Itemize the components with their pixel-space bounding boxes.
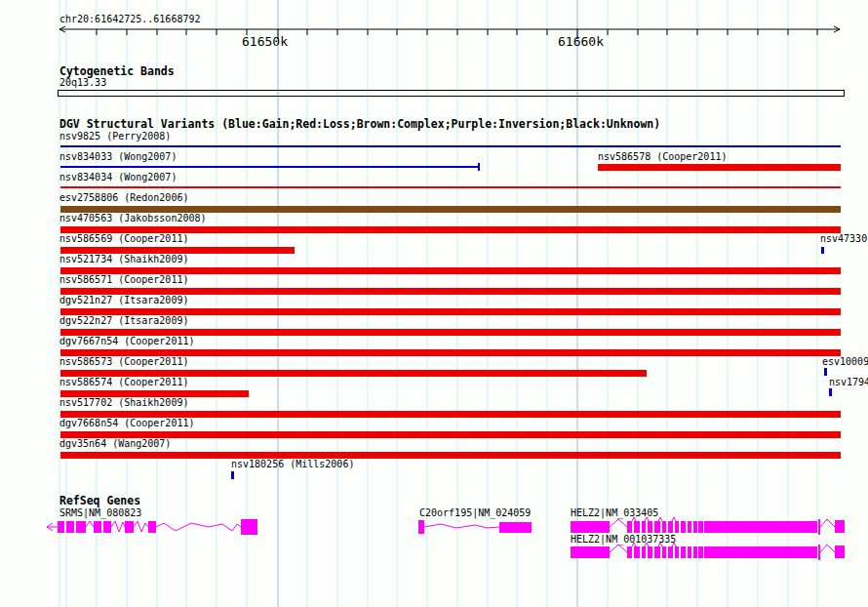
exon-box[interactable] (627, 521, 632, 533)
exon-box[interactable] (654, 521, 660, 533)
exon-box[interactable] (818, 545, 820, 560)
exon-box[interactable] (688, 546, 691, 558)
intron-line (610, 545, 627, 552)
genome-browser-view: chr20:61642725..61668792 Cytogenetic Ban… (0, 0, 868, 607)
exon-box[interactable] (648, 521, 652, 533)
gene-model[interactable] (571, 517, 845, 535)
exon-box[interactable] (634, 521, 640, 533)
intron-line (645, 517, 649, 521)
exon-box[interactable] (704, 521, 817, 533)
exon-box[interactable] (571, 521, 610, 533)
exon-box[interactable] (835, 546, 845, 558)
exon-box[interactable] (662, 521, 666, 533)
exon-box[interactable] (418, 520, 424, 534)
intron-line (658, 517, 662, 521)
exon-box[interactable] (818, 519, 820, 535)
exon-box[interactable] (125, 521, 134, 533)
intron-line (156, 523, 241, 531)
exon-box[interactable] (634, 546, 640, 558)
exon-box[interactable] (66, 521, 74, 533)
exon-box[interactable] (642, 521, 646, 533)
exon-box[interactable] (675, 521, 679, 533)
intron-line (610, 519, 627, 527)
exon-box[interactable] (675, 546, 679, 558)
intron-line (111, 521, 125, 532)
exon-box[interactable] (693, 521, 697, 533)
intron-line (820, 545, 835, 552)
exon-box[interactable] (693, 546, 697, 558)
exon-box[interactable] (642, 546, 646, 558)
exon-box[interactable] (688, 521, 691, 533)
intron-line (820, 519, 835, 527)
exon-box[interactable] (499, 522, 532, 533)
gene-model[interactable] (418, 520, 532, 534)
exon-box[interactable] (681, 521, 686, 533)
intron-line (672, 543, 676, 546)
exon-box[interactable] (648, 546, 652, 558)
exon-box[interactable] (698, 521, 703, 533)
exon-box[interactable] (835, 520, 845, 533)
exon-box[interactable] (76, 521, 86, 533)
exon-box[interactable] (662, 546, 666, 558)
gene-model[interactable] (47, 519, 257, 535)
exon-box[interactable] (668, 521, 673, 533)
intron-line (134, 521, 148, 532)
ruler-tick-label: 61660k (558, 35, 604, 48)
exon-box[interactable] (103, 521, 111, 533)
exon-box[interactable] (148, 521, 156, 533)
exon-box[interactable] (704, 546, 817, 558)
exon-box[interactable] (654, 546, 660, 558)
exon-box[interactable] (58, 521, 64, 533)
exon-box[interactable] (681, 546, 686, 558)
gene-model[interactable] (571, 543, 845, 560)
intron-line (86, 521, 94, 527)
ruler-tick-label: 61650k (242, 35, 288, 48)
exon-box[interactable] (94, 521, 101, 533)
intron-line (632, 543, 636, 546)
exon-box[interactable] (571, 546, 610, 558)
exon-box[interactable] (241, 519, 257, 535)
intron-line (632, 517, 636, 521)
exon-box[interactable] (668, 546, 673, 558)
exon-box[interactable] (627, 546, 632, 558)
intron-line (672, 517, 676, 521)
intron-line (424, 524, 499, 528)
refseq-genes-canvas (0, 0, 868, 607)
intron-line (658, 543, 662, 546)
intron-line (645, 543, 649, 546)
exon-box[interactable] (698, 546, 703, 558)
